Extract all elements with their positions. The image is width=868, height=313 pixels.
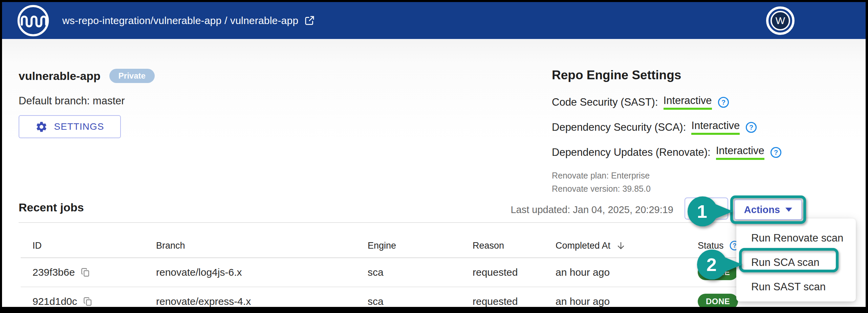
actions-button[interactable]: Actions bbox=[734, 200, 802, 220]
job-reason: requested bbox=[461, 296, 544, 307]
top-navbar: ws-repo-integration/vulnerable-app / vul… bbox=[2, 2, 866, 39]
repo-name: vulnerable-app bbox=[19, 69, 101, 83]
engine-row-renovate: Dependency Updates (Renovate): Interacti… bbox=[552, 145, 782, 160]
last-updated-label: Last updated: Jan 04, 2025, 20:29:19 bbox=[511, 204, 673, 215]
table-row[interactable]: 921d1d0c renovate/express-4.x sca reques… bbox=[21, 287, 852, 307]
job-branch: renovate/log4js-6.x bbox=[144, 267, 356, 278]
help-circle-icon[interactable]: ? bbox=[717, 96, 730, 108]
user-avatar[interactable]: W bbox=[766, 6, 795, 35]
engine-row-label: Dependency Updates (Renovate): bbox=[552, 146, 711, 159]
job-engine: sca bbox=[356, 296, 461, 307]
svg-text:?: ? bbox=[749, 124, 753, 131]
engine-row-label: Dependency Security (SCA): bbox=[552, 121, 686, 133]
repo-engine-settings: Repo Engine Settings Code Security (SAST… bbox=[552, 68, 782, 195]
status-badge: DONE bbox=[698, 294, 738, 307]
breadcrumb: ws-repo-integration/vulnerable-app / vul… bbox=[62, 15, 315, 26]
recent-jobs-title: Recent jobs bbox=[19, 201, 84, 214]
annotation-step-2: 2 bbox=[695, 248, 745, 281]
engine-row-value[interactable]: Interactive bbox=[716, 145, 764, 160]
job-id: 921d1d0c bbox=[32, 296, 77, 307]
breadcrumb-text[interactable]: ws-repo-integration/vulnerable-app / vul… bbox=[62, 15, 298, 26]
arrow-down-icon[interactable] bbox=[616, 241, 626, 251]
open-in-new-icon[interactable] bbox=[304, 15, 315, 26]
job-reason: requested bbox=[461, 267, 544, 278]
annotation-step-1: 1 bbox=[686, 194, 736, 228]
column-header-reason[interactable]: Reason bbox=[461, 241, 544, 251]
actions-button-label: Actions bbox=[744, 204, 780, 215]
job-engine: sca bbox=[356, 267, 461, 278]
column-header-id[interactable]: ID bbox=[21, 241, 144, 251]
job-branch: renovate/express-4.x bbox=[144, 296, 356, 307]
settings-button-label: SETTINGS bbox=[54, 121, 104, 132]
svg-text:?: ? bbox=[721, 99, 725, 106]
menu-item-run-renovate-scan[interactable]: Run Renovate scan bbox=[736, 226, 856, 250]
engine-settings-title: Repo Engine Settings bbox=[552, 68, 782, 82]
annotation-highlight-actions: Actions bbox=[730, 195, 806, 224]
menu-item-run-sast-scan[interactable]: Run SAST scan bbox=[736, 274, 856, 299]
column-header-branch[interactable]: Branch bbox=[144, 241, 356, 251]
column-header-completed-at[interactable]: Completed At bbox=[544, 241, 686, 251]
svg-text:?: ? bbox=[774, 149, 778, 156]
actions-dropdown-menu: Run Renovate scan Run SCA scan Run SAST … bbox=[736, 218, 856, 301]
settings-button[interactable]: SETTINGS bbox=[19, 115, 121, 138]
engine-row-value[interactable]: Interactive bbox=[664, 95, 712, 110]
mend-wave-logo[interactable] bbox=[17, 4, 49, 37]
renovate-plan-label: Renovate plan: Enterprise bbox=[552, 170, 782, 182]
gear-icon bbox=[35, 121, 48, 133]
help-circle-icon[interactable]: ? bbox=[770, 146, 782, 159]
engine-row-sca: Dependency Security (SCA): Interactive ? bbox=[552, 120, 782, 135]
default-branch-label: Default branch: master bbox=[19, 95, 125, 107]
column-header-engine[interactable]: Engine bbox=[356, 241, 461, 251]
engine-row-sast: Code Security (SAST): Interactive ? bbox=[552, 95, 782, 110]
chevron-down-icon bbox=[785, 208, 792, 212]
app-page: ws-repo-integration/vulnerable-app / vul… bbox=[2, 2, 866, 307]
avatar-letter: W bbox=[771, 11, 790, 30]
screenshot-frame: ws-repo-integration/vulnerable-app / vul… bbox=[0, 0, 868, 313]
job-id: 239f3b6e bbox=[32, 267, 75, 278]
repo-title-row: vulnerable-app Private bbox=[19, 69, 155, 83]
engine-row-label: Code Security (SAST): bbox=[552, 96, 658, 108]
job-completed-at: an hour ago bbox=[544, 296, 686, 307]
copy-icon[interactable] bbox=[80, 267, 90, 277]
private-badge: Private bbox=[109, 69, 155, 83]
copy-icon[interactable] bbox=[83, 296, 93, 307]
annotation-step-1-number: 1 bbox=[697, 201, 707, 222]
help-circle-icon[interactable]: ? bbox=[745, 121, 757, 133]
menu-item-run-sca-scan[interactable]: Run SCA scan bbox=[736, 250, 856, 275]
job-completed-at: an hour ago bbox=[544, 267, 686, 278]
annotation-step-2-number: 2 bbox=[707, 254, 717, 275]
engine-row-value[interactable]: Interactive bbox=[691, 120, 740, 135]
renovate-version-label: Renovate version: 39.85.0 bbox=[552, 183, 782, 195]
